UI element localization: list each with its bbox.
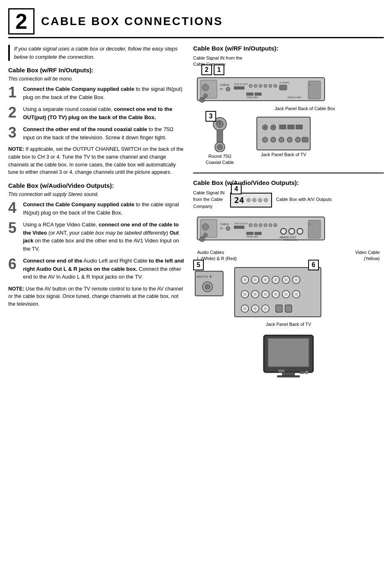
- step-6-block: 6 Connect one end of the Audio Left and …: [8, 257, 185, 281]
- svg-point-43: [279, 137, 284, 142]
- step-3-text: Connect the other end of the round coaxi…: [23, 125, 185, 141]
- cb-av-label: Cable Box with A/V Outputs: [276, 196, 332, 203]
- svg-text:PARSC-MIS: PARSC-MIS: [288, 96, 301, 99]
- coax-label: Round 75ΩCoaxial Cable: [193, 153, 247, 166]
- svg-rect-38: [279, 125, 286, 129]
- svg-rect-72: [255, 232, 261, 235]
- av-labels-row: Audio CablesL (White) & R (Red) Video Ca…: [193, 249, 384, 262]
- svg-point-50: [202, 224, 209, 230]
- section-divider-1: [193, 173, 384, 173]
- svg-point-54: [226, 226, 230, 231]
- svg-text:··: ··: [304, 128, 306, 132]
- tv-av-back-svg: [233, 265, 323, 319]
- svg-point-37: [272, 126, 274, 129]
- svg-point-106: [243, 307, 247, 310]
- rf-diagram: Cable Signal IN from theCable Company 2 …: [193, 55, 384, 166]
- svg-rect-16: [279, 85, 287, 90]
- svg-point-96: [254, 293, 257, 296]
- svg-text:PARSC-MIS: PARSC-MIS: [284, 239, 297, 241]
- svg-point-58: [254, 224, 257, 227]
- svg-text:DVD-D OUT: DVD-D OUT: [234, 222, 248, 225]
- svg-rect-115: [278, 369, 285, 372]
- step-1-bold: Connect the Cable Company supplied cable: [23, 86, 134, 92]
- svg-point-9: [249, 84, 252, 88]
- svg-text:II: II: [309, 223, 311, 226]
- svg-text:PASS MIX: PASS MIX: [247, 96, 258, 99]
- step-3-bold: Connect the other end of the round coaxi…: [23, 126, 147, 132]
- svg-point-98: [264, 293, 267, 296]
- av-button-4: [264, 198, 268, 202]
- svg-rect-21: [247, 93, 253, 95]
- note-1: NOTE: If applicable, set the OUTPUT CHAN…: [8, 145, 185, 176]
- svg-point-94: [243, 293, 247, 296]
- svg-text:ANT/TV ▼: ANT/TV ▼: [196, 275, 212, 279]
- svg-point-92: [295, 278, 298, 281]
- av-button-1: [247, 198, 251, 202]
- step-6-number: 6: [8, 257, 21, 272]
- step-4-block: 4 Connect the Cable Company supplied cab…: [8, 201, 185, 217]
- svg-rect-39: [288, 125, 294, 129]
- chapter-number: 2: [8, 8, 35, 35]
- svg-point-11: [259, 84, 262, 88]
- step-2-block: 2 Using a separate round coaxial cable, …: [8, 105, 185, 121]
- tv-av-area: 5 ANT/TV ▼ 6: [193, 265, 384, 320]
- cable-box-rf-svg: CABLE IN DVD-D OUT: [193, 70, 366, 103]
- right-column: Cable Box (w/RF In/Outputs): Cable Signa…: [193, 45, 384, 580]
- step-badge-6: 6: [308, 260, 319, 270]
- svg-rect-111: [276, 305, 282, 312]
- av-diagram: Cable Signal INfrom the CableCompany 4 2…: [193, 189, 384, 378]
- step-2-number: 2: [8, 105, 21, 120]
- svg-point-42: [271, 137, 276, 142]
- section2-title: Cable Box (w/Audio/Video Outputs):: [8, 182, 185, 189]
- left-column: If you cable signal uses a cable box or …: [8, 45, 185, 580]
- right-section2-title: Cable Box (w/Audio/Video Outputs):: [193, 179, 384, 186]
- svg-point-74: [201, 238, 203, 240]
- svg-text:IN: IN: [220, 88, 223, 90]
- ant-tv-svg: ANT/TV ▼: [193, 265, 226, 298]
- video-cable-label: Video Cable(Yellow): [355, 249, 380, 262]
- step-5-number: 5: [8, 221, 21, 235]
- svg-point-57: [249, 224, 252, 227]
- svg-text:S-VIDEO: S-VIDEO: [279, 81, 290, 84]
- jack-panel-tv-label: Jack Panel Back of TV: [261, 152, 306, 157]
- step-3-block: 3 Connect the other end of the round coa…: [8, 125, 185, 141]
- svg-point-41: [263, 137, 267, 142]
- svg-rect-118: [300, 371, 304, 374]
- page-header: 2 Cable Box Connections: [8, 8, 384, 38]
- svg-point-88: [274, 278, 277, 281]
- svg-text:DVD-D OUT: DVD-D OUT: [234, 83, 248, 85]
- svg-point-110: [264, 307, 267, 310]
- step-1-block: 1 Connect the Cable Company supplied cab…: [8, 85, 185, 101]
- svg-point-63: [281, 228, 286, 234]
- step-5-text: Using a RCA type Video Cable, connect on…: [23, 221, 185, 253]
- step-badge-3: 3: [205, 111, 216, 122]
- jack-panel-cable-box-label: Jack Panel Back of Cable Box: [226, 106, 384, 111]
- step-1-text: Connect the Cable Company supplied cable…: [23, 85, 185, 101]
- coax-svg: 75 Ω: [193, 115, 247, 152]
- step-badge-2: 2: [201, 65, 212, 75]
- svg-point-84: [254, 278, 257, 281]
- svg-rect-22: [255, 93, 261, 95]
- right-section1-title: Cable Box (w/RF In/Outputs):: [193, 45, 384, 52]
- svg-point-35: [264, 126, 266, 129]
- svg-text:IN: IN: [220, 227, 223, 230]
- step-2-text: Using a separate round coaxial cable, co…: [23, 105, 185, 121]
- svg-point-44: [287, 137, 292, 142]
- step-3-number: 3: [8, 125, 21, 140]
- svg-rect-46: [302, 137, 308, 142]
- svg-point-2: [202, 84, 209, 91]
- svg-rect-71: [247, 232, 253, 235]
- step5-area: 5 ANT/TV ▼: [193, 265, 226, 298]
- step-4-text: Connect the Cable Company supplied cable…: [23, 201, 185, 217]
- svg-point-64: [289, 228, 295, 234]
- svg-point-100: [274, 293, 277, 296]
- av-button-2: [252, 198, 256, 202]
- svg-point-82: [243, 278, 247, 281]
- main-content: If you cable signal uses a cable box or …: [8, 45, 384, 580]
- av-signal-label: Cable Signal INfrom the CableCompany: [193, 189, 226, 210]
- cable-box-av-area: CABLE IN DVD-D OUT: [193, 213, 384, 247]
- svg-rect-112: [285, 305, 292, 312]
- svg-point-45: [295, 137, 300, 142]
- step-6-text: Connect one end of the Audio Left and Ri…: [23, 257, 185, 281]
- av-counter-display: 24: [230, 193, 272, 208]
